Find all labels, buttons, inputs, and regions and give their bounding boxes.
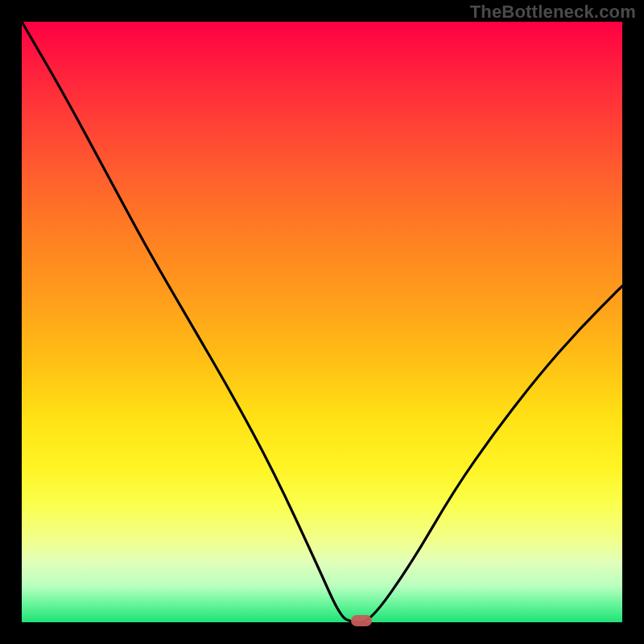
bottleneck-curve	[22, 22, 622, 622]
chart-frame: TheBottleneck.com	[0, 0, 644, 644]
plot-area	[22, 22, 622, 622]
watermark-text: TheBottleneck.com	[470, 2, 636, 23]
optimum-marker	[351, 615, 372, 626]
curve-path	[22, 22, 622, 622]
